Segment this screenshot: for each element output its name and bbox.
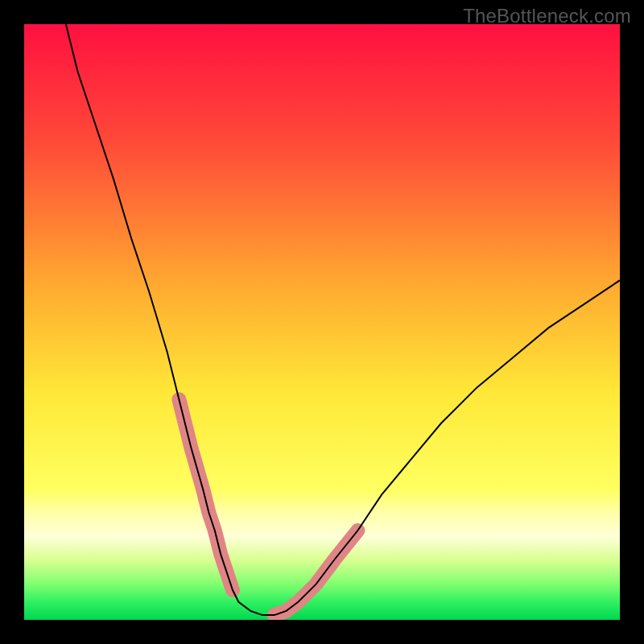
watermark-text: TheBottleneck.com bbox=[463, 5, 631, 27]
chart-frame: TheBottleneck.com bbox=[0, 0, 644, 644]
gradient-background bbox=[24, 24, 620, 620]
chart-svg bbox=[24, 24, 620, 620]
plot-area bbox=[24, 24, 620, 620]
